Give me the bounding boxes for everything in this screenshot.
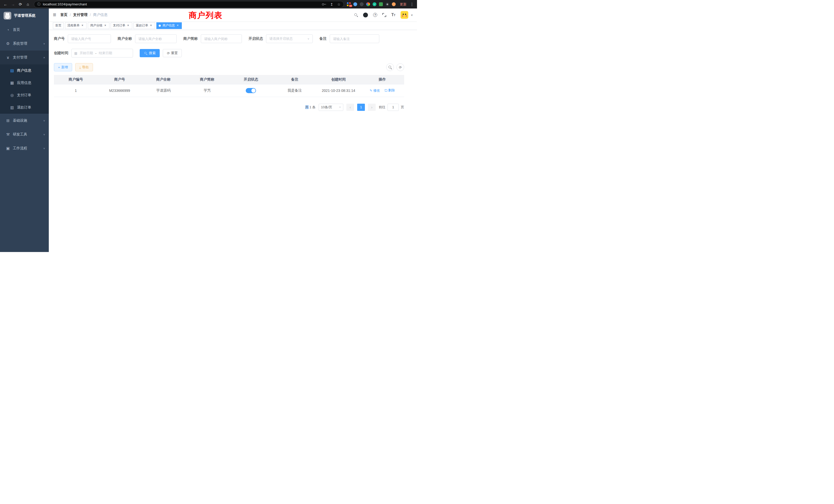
extension-drop-icon[interactable] — [353, 2, 357, 6]
sidebar-item-system[interactable]: ⚙ 系统管理 ∨ — [0, 37, 49, 50]
browser-back-button[interactable]: ← — [2, 1, 9, 8]
sidebar: 芋道管理系统 ◔ 首页 ⚙ 系统管理 ∨ ¥ 支付管理 ∧ ▤ 商户信息 — [0, 8, 49, 252]
sidebar-toggle-icon[interactable]: ≡ — [53, 12, 56, 18]
chevron-down-icon: ∨ — [339, 106, 341, 108]
tab-process-form[interactable]: 流程表单 × — [65, 22, 87, 29]
extension-dark-icon[interactable] — [360, 2, 364, 6]
sidebar-item-app-info[interactable]: ▦ 应用信息 — [0, 77, 49, 89]
extension-note-icon[interactable] — [379, 2, 383, 6]
tab-pay-order[interactable]: 支付订单 × — [111, 22, 132, 29]
sidebar-item-payment[interactable]: ¥ 支付管理 ∧ — [0, 50, 49, 64]
sidebar-item-infrastructure[interactable]: ⊞ 基础设施 ∨ — [0, 114, 49, 128]
tab-user-group[interactable]: 用户分组 × — [88, 22, 109, 29]
goto-page-input[interactable] — [388, 104, 399, 111]
user-avatar[interactable] — [400, 11, 408, 19]
sidebar-logo[interactable]: 芋道管理系统 — [0, 8, 49, 23]
next-page-button[interactable]: › — [368, 104, 376, 111]
cell-status — [229, 84, 273, 97]
payment-submenu: ▤ 商户信息 ▦ 应用信息 ◎ 支付订单 ▥ 退款订单 — [0, 64, 49, 114]
page-1-button[interactable]: 1 — [357, 104, 365, 111]
browser-home-button[interactable]: ⌂ — [24, 1, 31, 8]
delete-link[interactable]: 删除 — [385, 88, 395, 93]
gear-icon: ⚙ — [5, 41, 11, 46]
sidebar-item-refund-order[interactable]: ▥ 退款订单 — [0, 101, 49, 114]
status-select-placeholder: 请选择开启状态 — [269, 37, 293, 41]
extension-check-icon[interactable]: ✓ — [373, 2, 376, 6]
help-icon[interactable]: ? — [373, 13, 377, 17]
sidebar-item-home[interactable]: ◔ 首页 — [0, 23, 49, 37]
toggle-search-button[interactable] — [386, 63, 394, 71]
export-button[interactable]: ↓ 导出 — [75, 63, 93, 71]
sidebar-item-pay-order[interactable]: ◎ 支付订单 — [0, 89, 49, 101]
full-name-input[interactable] — [135, 35, 177, 43]
chevron-down-icon: ∨ — [307, 38, 309, 40]
remark-input[interactable] — [330, 35, 379, 43]
search-button[interactable]: 搜索 — [140, 49, 160, 57]
short-name-input[interactable] — [201, 35, 242, 43]
sidebar-item-merchant-info[interactable]: ▤ 商户信息 — [0, 64, 49, 77]
sidebar-item-workflow[interactable]: ▣ 工作流程 ∨ — [0, 141, 49, 155]
reset-button[interactable]: ⟳ 重置 — [163, 49, 182, 57]
extension-rainbow-icon[interactable] — [366, 2, 370, 6]
extension-pinwheel-icon[interactable]: ✻ — [386, 2, 389, 6]
tools-icon: ⚒ — [5, 132, 11, 137]
extension-grid-icon[interactable]: 10 — [347, 2, 351, 6]
page-size-select[interactable]: 10条/页 ∨ — [319, 104, 343, 111]
share-icon[interactable]: ↥ — [330, 2, 333, 6]
extension-orange-icon[interactable] — [392, 2, 396, 6]
tab-home[interactable]: 首页 — [53, 22, 64, 29]
site-info-icon[interactable]: ⓘ — [37, 2, 41, 7]
add-button[interactable]: + 新增 — [54, 63, 72, 71]
breadcrumb-home[interactable]: 首页 — [60, 13, 68, 17]
date-end-placeholder: 结束日期 — [99, 51, 112, 55]
bookmark-star-icon[interactable]: ☆ — [337, 2, 341, 6]
prev-page-button[interactable]: ‹ — [346, 104, 354, 111]
fullscreen-icon[interactable] — [382, 13, 386, 17]
merchant-no-input[interactable] — [68, 35, 111, 43]
refresh-table-button[interactable]: ⟳ — [396, 63, 404, 71]
status-label: 开启状态 — [248, 37, 263, 41]
tab-close-icon[interactable]: × — [81, 24, 84, 27]
tab-close-icon[interactable]: × — [176, 24, 179, 27]
browser-menu-icon[interactable]: ⋮ — [409, 2, 415, 7]
tab-close-icon[interactable]: × — [104, 24, 107, 27]
avatar-caret-icon[interactable]: ∨ — [411, 13, 413, 17]
page-content: 商户号 商户全称 商户简称 开启状态 请选择开启状态 — [49, 30, 417, 252]
cell-operations: ✎ 修改 删除 — [360, 84, 404, 97]
merchant-table: 商户编号 商户号 商户全称 商户简称 开启状态 备注 创建时间 操作 1 — [54, 75, 404, 97]
tab-merchant-info[interactable]: 商户信息 × — [156, 22, 182, 29]
browser-reload-button[interactable]: ⟳ — [17, 1, 24, 8]
sidebar-item-devtools[interactable]: ⚒ 研发工具 ∨ — [0, 128, 49, 141]
status-toggle[interactable] — [246, 88, 256, 93]
browser-forward-button[interactable]: → — [9, 1, 17, 8]
address-bar[interactable]: ⓘ localhost:1024/pay/merchant ↥ ☆ — [34, 1, 344, 8]
tab-close-icon[interactable]: × — [149, 24, 153, 27]
plus-icon: + — [58, 65, 60, 69]
edit-link[interactable]: ✎ 修改 — [370, 88, 380, 93]
col-full-name: 商户全称 — [141, 75, 185, 84]
breadcrumb-payment[interactable]: 支付管理 — [73, 13, 88, 17]
cell-merchant-no: M233666999 — [98, 84, 142, 97]
page-size-value: 10条/页 — [321, 105, 332, 110]
breadcrumb: 首页 / 支付管理 / 商户信息 — [60, 13, 108, 17]
github-icon[interactable] — [363, 13, 368, 18]
dashboard-icon: ◔ — [5, 28, 11, 32]
table-toolbar: + 新增 ↓ 导出 ⟳ — [54, 63, 404, 71]
breadcrumb-current: 商户信息 — [93, 13, 108, 17]
sidebar-item-label: 系统管理 — [13, 41, 27, 46]
navbar-actions: ? TT ∨ — [354, 11, 413, 19]
grid-icon: ▦ — [9, 81, 15, 85]
status-select[interactable]: 请选择开启状态 ∨ — [266, 35, 313, 43]
tab-refund-order[interactable]: 退款订单 × — [133, 22, 155, 29]
search-icon[interactable] — [354, 13, 358, 17]
sidebar-item-label: 首页 — [13, 27, 20, 32]
tab-close-icon[interactable]: × — [126, 24, 130, 27]
create-time-range-picker[interactable]: ▦ 开始日期 - 结束日期 — [71, 49, 133, 58]
sidebar-item-label: 商户信息 — [17, 68, 31, 73]
font-size-icon[interactable]: TT — [391, 13, 395, 17]
password-key-icon[interactable] — [322, 3, 326, 5]
download-icon: ↓ — [79, 66, 81, 69]
chrome-update-button[interactable]: 更新 — [398, 1, 409, 7]
table-header-row: 商户编号 商户号 商户全称 商户简称 开启状态 备注 创建时间 操作 — [54, 75, 404, 84]
chevron-down-icon: ∨ — [43, 119, 45, 122]
